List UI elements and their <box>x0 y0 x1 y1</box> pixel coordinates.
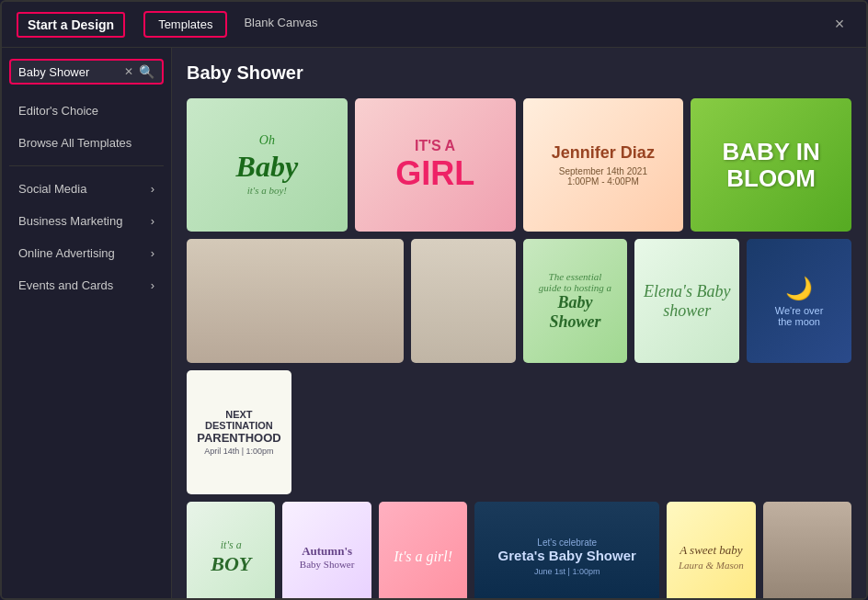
modal-title: Start a Design <box>17 12 125 38</box>
modal-header: Start a Design Templates Blank Canvas × <box>2 2 866 48</box>
sidebar-item-online-advertising[interactable]: Online Advertising › <box>9 240 164 266</box>
sidebar-item-browse-all[interactable]: Browse All Templates <box>9 130 164 156</box>
search-box: ✕ 🔍 <box>9 59 164 85</box>
template-card-autumns-baby-shower[interactable]: Autumn's Baby Shower <box>282 502 371 598</box>
template-card-baby-shower-green[interactable]: The essential guide to hosting a Baby Sh… <box>523 239 628 363</box>
template-card-its-a-girl[interactable]: IT'S A GIRL <box>355 98 516 232</box>
sidebar-divider <box>9 165 164 166</box>
template-card-parenthood-1[interactable]: Next destination Parenthood April 14th |… <box>187 370 291 494</box>
template-card-over-the-moon[interactable]: 🌙 We're over the moon <box>747 239 851 363</box>
search-clear-button[interactable]: ✕ <box>124 65 133 78</box>
template-card-oh-baby[interactable]: Oh Baby it's a boy! <box>187 98 348 232</box>
template-row-1: Oh Baby it's a boy! IT'S A GIRL Jennifer… <box>187 98 851 232</box>
modal-body: ✕ 🔍 Editor's Choice Browse All Templates… <box>2 48 866 598</box>
chevron-icon: › <box>151 214 154 228</box>
template-card-photo-outdoor[interactable] <box>763 502 851 598</box>
search-input[interactable] <box>18 65 119 79</box>
main-content: Baby Shower Oh Baby it's a boy! IT'S A G… <box>172 48 866 598</box>
close-button[interactable]: × <box>828 13 851 37</box>
header-tabs: Templates Blank Canvas <box>143 11 330 38</box>
template-card-gretas-baby-shower[interactable]: Let's celebrate Greta's Baby Shower June… <box>474 502 659 598</box>
tab-blank-canvas[interactable]: Blank Canvas <box>231 11 330 38</box>
template-card-jennifer-diaz[interactable]: Jennifer Diaz September 14th 2021 1:00PM… <box>523 98 684 232</box>
tab-templates[interactable]: Templates <box>143 11 227 38</box>
sidebar-item-editors-choice[interactable]: Editor's Choice <box>9 97 164 124</box>
template-card-elenas-baby-shower[interactable]: Elena's Baby shower <box>634 239 739 363</box>
template-card-nursery[interactable] <box>187 239 404 363</box>
template-card-its-a-girl-2[interactable]: It's a girl! <box>379 502 467 598</box>
template-row-2: The essential guide to hosting a Baby Sh… <box>187 239 851 494</box>
chevron-icon: › <box>151 182 154 196</box>
template-card-teddy[interactable] <box>411 239 516 363</box>
sidebar-item-events-and-cards[interactable]: Events and Cards › <box>9 272 164 299</box>
chevron-icon: › <box>151 278 154 292</box>
modal: Start a Design Templates Blank Canvas × … <box>0 0 868 600</box>
sidebar-item-business-marketing[interactable]: Business Marketing › <box>9 208 164 234</box>
sidebar: ✕ 🔍 Editor's Choice Browse All Templates… <box>2 48 172 598</box>
search-icon-button[interactable]: 🔍 <box>139 64 154 79</box>
template-row-3: it's a BOY Autumn's Baby Shower It's a g… <box>187 502 851 598</box>
page-title: Baby Shower <box>187 62 851 84</box>
chevron-icon: › <box>151 246 154 260</box>
sidebar-item-social-media[interactable]: Social Media › <box>9 175 164 202</box>
template-card-its-a-boy[interactable]: it's a BOY <box>187 502 275 598</box>
template-card-baby-in-bloom[interactable]: BABY IN BLOOM <box>691 98 851 232</box>
template-card-sweet-baby[interactable]: A sweet baby Laura & Mason <box>667 502 755 598</box>
